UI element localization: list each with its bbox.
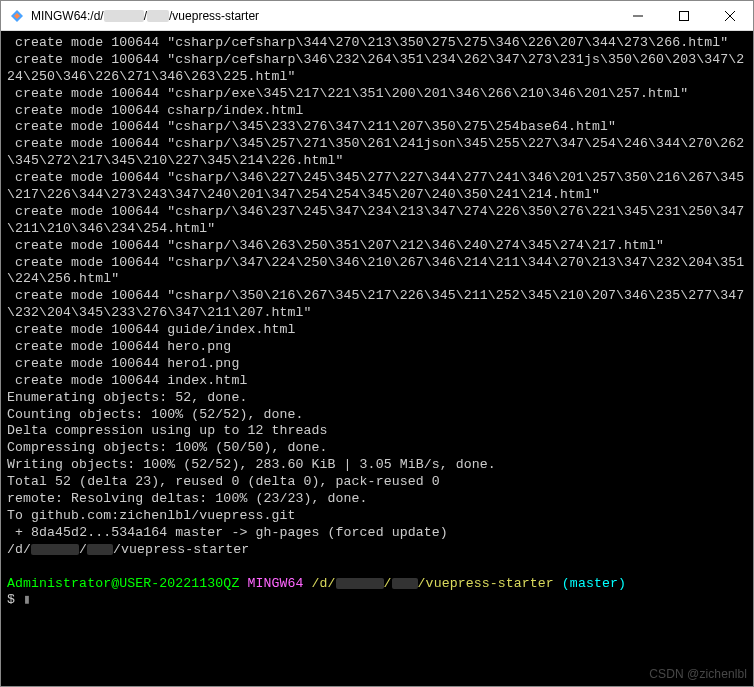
output-line: Writing objects: 100% (52/52), 283.60 Ki… bbox=[7, 457, 747, 474]
output-line: create mode 100644 "csharp/\350\216\267\… bbox=[7, 288, 747, 322]
close-button[interactable] bbox=[707, 1, 753, 31]
terminal[interactable]: create mode 100644 "csharp/cefsharp\344\… bbox=[1, 31, 753, 686]
output-line: create mode 100644 hero1.png bbox=[7, 356, 747, 373]
output-line: create mode 100644 "csharp/\345\233\276\… bbox=[7, 119, 747, 136]
output-line: Counting objects: 100% (52/52), done. bbox=[7, 407, 747, 424]
output-line: Compressing objects: 100% (50/50), done. bbox=[7, 440, 747, 457]
output-line: create mode 100644 "csharp/\346\227\245\… bbox=[7, 170, 747, 204]
svg-rect-1 bbox=[680, 11, 689, 20]
output-line: create mode 100644 "csharp/exe\345\217\2… bbox=[7, 86, 747, 103]
output-line: create mode 100644 "csharp/\346\263\250\… bbox=[7, 238, 747, 255]
output-line: create mode 100644 "csharp/cefsharp\344\… bbox=[7, 35, 747, 52]
output-line: create mode 100644 guide/index.html bbox=[7, 322, 747, 339]
output-line: create mode 100644 hero.png bbox=[7, 339, 747, 356]
minimize-button[interactable] bbox=[615, 1, 661, 31]
output-line: create mode 100644 "csharp/cefsharp\346\… bbox=[7, 52, 747, 86]
output-line: create mode 100644 "csharp/\346\237\245\… bbox=[7, 204, 747, 238]
output-line: create mode 100644 "csharp/\345\257\271\… bbox=[7, 136, 747, 170]
output-line: Enumerating objects: 52, done. bbox=[7, 390, 747, 407]
app-window: MINGW64:/d///vuepress-starter create mod… bbox=[0, 0, 754, 687]
watermark: CSDN @zichenlbl bbox=[649, 667, 747, 682]
window-controls bbox=[615, 1, 753, 31]
terminal-output: create mode 100644 "csharp/cefsharp\344\… bbox=[7, 35, 747, 542]
output-line: create mode 100644 index.html bbox=[7, 373, 747, 390]
titlebar[interactable]: MINGW64:/d///vuepress-starter bbox=[1, 1, 753, 31]
output-line: Delta compression using up to 12 threads bbox=[7, 423, 747, 440]
output-line: create mode 100644 "csharp/\347\224\250\… bbox=[7, 255, 747, 289]
output-line: To github.com:zichenlbl/vuepress.git bbox=[7, 508, 747, 525]
maximize-button[interactable] bbox=[661, 1, 707, 31]
output-line: + 8da45d2...534a164 master -> gh-pages (… bbox=[7, 525, 747, 542]
cwd-line: /d///vuepress-starter bbox=[7, 542, 747, 559]
app-icon bbox=[9, 8, 25, 24]
prompt-input-line[interactable]: $ ▮ bbox=[7, 592, 747, 609]
output-line: Total 52 (delta 23), reused 0 (delta 0),… bbox=[7, 474, 747, 491]
window-title: MINGW64:/d///vuepress-starter bbox=[31, 9, 615, 23]
output-line: remote: Resolving deltas: 100% (23/23), … bbox=[7, 491, 747, 508]
output-line: create mode 100644 csharp/index.html bbox=[7, 103, 747, 120]
prompt-line: Administrator@USER-20221130QZ MINGW64 /d… bbox=[7, 576, 747, 593]
blank-line bbox=[7, 559, 747, 576]
